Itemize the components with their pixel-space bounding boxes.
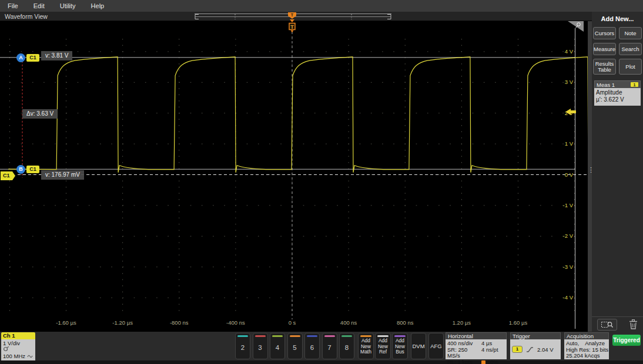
bandwidth-icon: [27, 354, 33, 358]
trigger-flag-label: T: [290, 24, 294, 30]
panel-tools: [592, 316, 643, 330]
zoom-mode-button[interactable]: [597, 319, 617, 331]
channel-number: 6: [305, 344, 319, 351]
zoom-box-icon: [601, 321, 614, 329]
channel-1-bandwidth: 100 MHz: [3, 353, 34, 359]
probe-icon: [3, 346, 9, 352]
channel-color-stripe: [341, 335, 352, 337]
t-axis-label: -1.60 µs: [56, 319, 76, 326]
t-axis-label: 0 s: [289, 319, 296, 326]
channel-number: 3: [253, 344, 267, 351]
trigger-level: 2.04 V: [537, 346, 553, 353]
v-axis-label: 0 V: [565, 171, 574, 178]
channel-1-scale: 1 V/div: [3, 340, 34, 346]
trigger-settings: 1 2.04 V: [510, 339, 561, 359]
menu-edit[interactable]: Edit: [34, 2, 45, 9]
panel-splitter[interactable]: ⋮: [588, 21, 592, 332]
add-new-measure-button[interactable]: Measure: [593, 43, 616, 55]
channel-4-button[interactable]: 4: [270, 333, 285, 359]
t-axis-label: 800 ns: [397, 319, 414, 326]
channel-number: 8: [340, 344, 354, 351]
horizontal-title: Horizontal: [446, 332, 507, 339]
settings-bar: Ch 1 1 V/div 100 MHz Horizontal: [0, 332, 643, 360]
horizontal-panel[interactable]: Horizontal 400 ns/div4 µsSR: 250 MS/s4 n…: [446, 332, 507, 359]
splitter-grip-icon[interactable]: ⋮: [588, 166, 592, 174]
add-new-label: Add New Bus: [393, 338, 407, 355]
cursor-a-readout[interactable]: v: 3.81 V: [41, 51, 72, 60]
menu-help[interactable]: Help: [91, 2, 105, 9]
cursor-a-channel-tag: C1: [26, 54, 39, 62]
measurement-card-header[interactable]: Meas 1 1: [594, 80, 641, 88]
add-new-color-stripe: [360, 335, 371, 337]
menu-file[interactable]: File: [8, 2, 18, 9]
trash-icon[interactable]: [629, 319, 638, 329]
rising-edge-icon: [526, 346, 534, 353]
channel-color-stripe: [290, 335, 300, 337]
horizontal-row-label: SR: 250 MS/s: [447, 347, 481, 359]
cursor-b-badge[interactable]: B: [16, 165, 25, 174]
v-axis-label: 3 V: [565, 79, 574, 85]
v-axis-label: -1 V: [563, 202, 574, 208]
channel-number: 2: [236, 344, 250, 351]
measurement-card[interactable]: Meas 1 1 Amplitude µ': 3.622 V: [594, 80, 641, 106]
trigger-status-badge: Triggered: [612, 335, 641, 346]
oscilloscope-app: FileEditUtilityHelp Waveform View 4 V3 V…: [0, 0, 643, 364]
acquisition-panel[interactable]: Acquisition Auto, AnalyzeHigh Res: 15 bi…: [564, 332, 609, 359]
t-axis-label: -800 ns: [170, 319, 189, 326]
measurement-card-body[interactable]: Amplitude µ': 3.622 V: [594, 88, 641, 106]
acquisition-row: 25.204 kAcqs: [566, 353, 607, 359]
channel-8-button[interactable]: 8: [339, 333, 354, 359]
cursor-a-badge[interactable]: A: [16, 53, 25, 62]
dvm-button[interactable]: DVM: [411, 333, 426, 359]
t-axis-label: 400 ns: [340, 319, 357, 326]
trigger-arrow-icon: [290, 19, 294, 22]
channel-1-title: Ch 1: [1, 332, 35, 339]
add-new-cursors-button[interactable]: Cursors: [593, 27, 616, 39]
v-axis-label: -3 V: [563, 264, 574, 270]
acquisition-settings: Auto, AnalyzeHigh Res: 15 bits25.204 kAc…: [564, 339, 609, 359]
add-new-math-button[interactable]: Add New Math: [358, 333, 374, 359]
measurement-source-badge: 1: [631, 82, 638, 87]
cursor-delta-readout: Δv: 3.63 V: [22, 109, 58, 119]
channel-1-trace: [8, 57, 588, 173]
measurement-value: µ': 3.622 V: [596, 96, 639, 103]
add-new-color-stripe: [377, 335, 389, 337]
add-new-search-button[interactable]: Search: [619, 43, 642, 55]
horizontal-settings: 400 ns/div4 µsSR: 250 MS/s4 ns/ptRL: 1 k…: [446, 339, 507, 359]
channel-1-settings: 1 V/div 100 MHz: [1, 339, 35, 360]
measurement-title: Meas 1: [597, 82, 631, 88]
view-title: Waveform View: [5, 13, 48, 20]
corner-zoom-handle[interactable]: [568, 21, 584, 32]
trigger-panel[interactable]: Trigger 1 2.04 V: [510, 332, 561, 359]
trigger-flag-point: [291, 31, 294, 33]
cursor-b-readout[interactable]: v: 176.97 mV: [41, 170, 84, 180]
channel-3-button[interactable]: 3: [253, 333, 268, 359]
channel-color-stripe: [255, 335, 266, 337]
trigger-position-marker[interactable]: T T: [287, 12, 297, 33]
channel-color-stripe: [272, 335, 283, 337]
t-axis-label: 1.60 µs: [509, 319, 528, 326]
cursor-b-channel-tag: C1: [26, 166, 39, 173]
horizontal-row-value: 4 ns/pt: [481, 347, 505, 359]
channel-1-badge[interactable]: Ch 1 1 V/div 100 MHz: [1, 332, 35, 360]
v-axis-label: -4 V: [563, 294, 574, 301]
channel-5-button[interactable]: 5: [287, 333, 303, 359]
acquisition-row: Auto, Analyze: [566, 341, 607, 347]
channel-1-position-marker[interactable]: C1: [1, 171, 15, 180]
horizontal-row-value: 50%: [481, 359, 505, 364]
t-axis-label: 1.20 µs: [453, 319, 471, 326]
channel-color-stripe: [237, 335, 248, 337]
add-new-bus-button[interactable]: Add New Bus: [392, 333, 408, 359]
channel-6-button[interactable]: 6: [304, 333, 320, 359]
channel-7-button[interactable]: 7: [322, 333, 337, 359]
add-new-color-stripe: [394, 335, 406, 337]
menu-utility[interactable]: Utility: [60, 2, 76, 9]
add-new-plot-button[interactable]: Plot: [619, 59, 642, 75]
waveform-display[interactable]: 4 V3 V2 V1 V0 V-1 V-2 V-3 V-4 V-1.60 µs-…: [0, 21, 588, 332]
add-new-results-table-button[interactable]: Results Table: [593, 59, 616, 75]
add-new-note-button[interactable]: Note: [619, 27, 642, 39]
add-new-ref-button[interactable]: Add New Ref: [375, 333, 391, 359]
channel-number: 4: [270, 344, 284, 351]
channel-2-button[interactable]: 2: [235, 333, 250, 359]
afg-button[interactable]: AFG: [428, 333, 444, 359]
